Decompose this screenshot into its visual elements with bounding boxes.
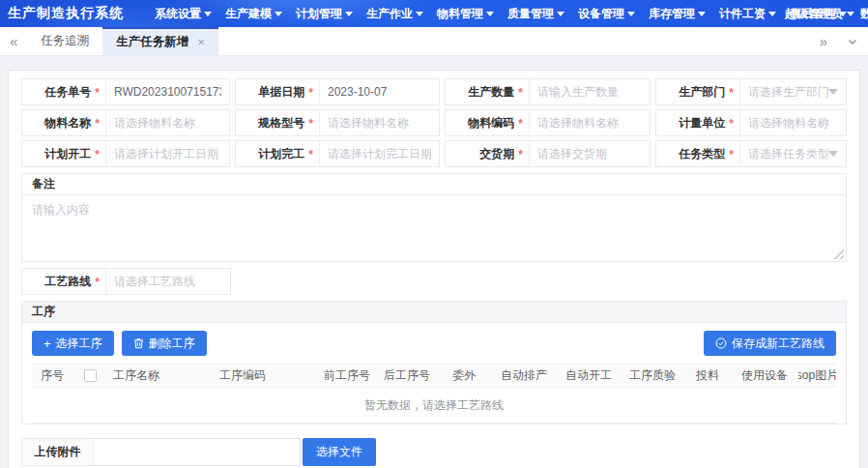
field-label: 物料编码* — [446, 110, 529, 135]
menu-label: 库存管理 — [649, 6, 695, 22]
input-field[interactable] — [739, 110, 846, 135]
navbar-menu-item[interactable]: 系统设置 — [153, 6, 214, 22]
plus-icon: + — [43, 337, 51, 350]
text-input[interactable] — [328, 116, 431, 130]
route-input-wrap — [105, 269, 230, 294]
process-table: 序号工序名称工序编码前工序号后工序号委外自动排产自动开工工序质验投料使用设备so… — [32, 364, 836, 424]
tabs-dropdown-chevron-icon[interactable] — [837, 27, 868, 55]
navbar-menu-item[interactable]: 计划管理 — [294, 6, 355, 22]
field-label: 任务类型* — [656, 141, 739, 166]
text-input[interactable] — [748, 116, 838, 130]
remark-label: 备注 — [22, 174, 846, 195]
form-field: 物料名称* — [21, 109, 230, 136]
navbar-menu-item[interactable]: 生产建模 — [223, 6, 284, 22]
form-field: 生产数量* — [445, 78, 651, 105]
user-menu[interactable]: 超级管理员 — [785, 6, 860, 22]
tabs-scroll-right-icon[interactable]: » — [810, 27, 837, 55]
navbar-menu-item[interactable]: 质量管理 — [506, 6, 566, 22]
form-field: 规格型号* — [235, 109, 440, 136]
route-label: 工艺路线 * — [22, 269, 105, 294]
table-header-cell: 工序名称 — [104, 365, 211, 387]
required-asterisk: * — [518, 118, 523, 130]
form-field: 交货期* — [445, 140, 651, 167]
text-input[interactable] — [328, 85, 431, 99]
menu-label: 数据分析 — [860, 6, 868, 22]
table-header-cell: 使用设备 — [731, 365, 798, 387]
table-header-cell: 前工序号 — [315, 365, 375, 387]
tabs-scroll-left-icon[interactable]: « — [0, 27, 27, 55]
text-input[interactable] — [328, 147, 431, 161]
tab-item[interactable]: 任务追溯 — [27, 27, 102, 55]
form-field: 任务类型*请选择任务类型 — [655, 140, 847, 167]
menu-label: 生产作业 — [366, 6, 413, 22]
text-input[interactable] — [114, 85, 221, 99]
required-asterisk: * — [308, 118, 313, 130]
input-field[interactable] — [105, 141, 229, 166]
required-asterisk: * — [729, 149, 734, 161]
tab-active[interactable]: 生产任务新增× — [102, 27, 218, 55]
tab-label: 任务追溯 — [41, 33, 89, 49]
navbar-menu-item[interactable]: 设备管理 — [576, 6, 637, 22]
close-icon[interactable]: × — [197, 36, 205, 48]
select-all-checkbox[interactable] — [84, 369, 97, 382]
select-field[interactable]: 请选择生产部门 — [739, 79, 846, 104]
table-header-cell: 工序编码 — [211, 365, 315, 387]
select-field[interactable]: 请选择任务类型 — [739, 141, 846, 166]
remark-section: 备注 — [21, 173, 847, 262]
select-placeholder: 请选择生产部门 — [748, 84, 828, 101]
table-empty-state: 暂无数据，请选择工艺路线 — [32, 388, 836, 424]
text-input[interactable] — [114, 147, 221, 161]
resize-handle-icon[interactable] — [834, 249, 844, 259]
input-field[interactable] — [319, 141, 439, 166]
input-field[interactable] — [529, 141, 650, 166]
input-field[interactable] — [105, 79, 229, 104]
app-title: 生产制造执行系统 — [8, 5, 124, 22]
delete-process-button[interactable]: 删除工序 — [122, 331, 207, 356]
input-field[interactable] — [529, 110, 650, 135]
choose-file-button[interactable]: 选择文件 — [303, 438, 376, 466]
task-form: 任务单号*单据日期*生产数量*生产部门*请选择生产部门物料名称*规格型号*物料编… — [14, 78, 854, 167]
field-label: 交货期* — [446, 141, 529, 166]
check-circle-icon — [715, 337, 727, 349]
form-field: 任务单号* — [21, 78, 230, 105]
navbar-menu-item[interactable]: 库存管理 — [647, 6, 708, 22]
menu-label: 系统设置 — [155, 6, 201, 22]
text-input[interactable] — [537, 147, 642, 161]
trash-icon — [133, 337, 144, 349]
select-process-button[interactable]: + 选择工序 — [32, 331, 114, 356]
menu-label: 物料管理 — [437, 6, 483, 22]
required-asterisk: * — [95, 118, 100, 130]
save-as-route-button[interactable]: 保存成新工艺路线 — [704, 331, 836, 356]
upload-filename-input[interactable] — [94, 438, 301, 466]
user-name: 超级管理员 — [785, 6, 843, 22]
required-asterisk: * — [95, 87, 100, 99]
navbar-menu-item[interactable]: 物料管理 — [435, 6, 496, 22]
chevron-down-icon — [275, 12, 282, 16]
navbar-menu-item[interactable]: 生产作业 — [364, 6, 425, 22]
form-field: 计量单位* — [655, 109, 847, 136]
navbar-menus: 系统设置生产建模计划管理生产作业物料管理质量管理设备管理库存管理计件工资售后管理… — [153, 6, 785, 22]
select-placeholder: 请选择任务类型 — [748, 146, 828, 162]
text-input[interactable] — [114, 116, 221, 130]
tab-list: 任务追溯生产任务新增× — [27, 27, 809, 55]
remark-textarea[interactable] — [22, 195, 846, 261]
tab-label: 生产任务新增 — [116, 34, 188, 50]
input-field[interactable] — [105, 110, 229, 135]
navbar-menu-item[interactable]: 计件工资 — [717, 6, 778, 22]
required-asterisk: * — [518, 149, 523, 161]
text-input[interactable] — [537, 116, 642, 130]
required-asterisk: * — [308, 149, 313, 161]
required-asterisk: * — [729, 87, 734, 99]
text-input[interactable] — [537, 85, 642, 99]
field-label: 规格型号* — [236, 110, 319, 135]
input-field[interactable] — [319, 79, 439, 104]
menu-label: 设备管理 — [578, 6, 624, 22]
input-field[interactable] — [529, 79, 650, 104]
process-title: 工序 — [22, 302, 846, 323]
table-header-cell: 序号 — [32, 365, 75, 387]
form-field: 生产部门*请选择生产部门 — [655, 78, 847, 105]
task-panel: 任务单号*单据日期*生产数量*生产部门*请选择生产部门物料名称*规格型号*物料编… — [8, 70, 860, 468]
input-field[interactable] — [319, 110, 439, 135]
route-input[interactable] — [114, 275, 222, 288]
field-label: 计划开工* — [22, 141, 105, 166]
